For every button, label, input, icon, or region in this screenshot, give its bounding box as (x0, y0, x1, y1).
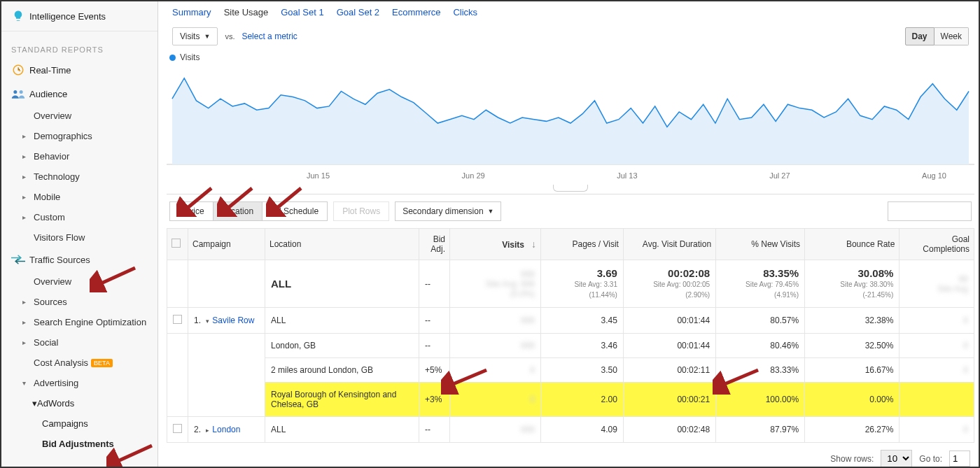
sort-down-icon: ↓ (531, 239, 536, 250)
sidebar-item-ts-overview[interactable]: Overview (1, 271, 158, 292)
chevron-right-icon: ▸ (22, 298, 29, 306)
main-content: Summary Site Usage Goal Set 1 Goal Set 2… (158, 1, 979, 467)
table-row: 2 miles around London, GB +5% 8 3.50 00:… (167, 358, 974, 383)
tab-goal-set-2[interactable]: Goal Set 2 (337, 7, 379, 17)
chart-expand-handle[interactable] (553, 185, 588, 192)
table-row: London, GB -- 888 3.46 00:01:44 80.46% 3… (167, 334, 974, 358)
sidebar-item-technology[interactable]: ▸Technology (1, 166, 158, 187)
sidebar-item-behavior[interactable]: ▸Behavior (1, 146, 158, 166)
chevron-right-icon: ▸ (22, 173, 29, 180)
sidebar-item-audience[interactable]: Audience (1, 82, 158, 106)
chevron-right-icon: ▸ (22, 153, 29, 160)
granularity-day[interactable]: Day (905, 27, 934, 45)
clock-icon (11, 63, 25, 77)
sidebar: Intelligence Events STANDARD REPORTS Rea… (1, 1, 158, 467)
campaign-link[interactable]: London (212, 425, 240, 434)
select-second-metric-link[interactable]: Select a metric (241, 31, 297, 41)
table-row-highlighted: Royal Borough of Kensington and Chelsea,… (167, 383, 974, 417)
col-bid-adj[interactable]: Bid Adj. (419, 229, 450, 260)
chevron-right-icon: ▸ (22, 193, 29, 201)
chevron-right-icon: ▸ (22, 132, 29, 140)
sidebar-item-adwords[interactable]: ▾AdWords (1, 393, 158, 413)
campaign-link[interactable]: Savile Row (212, 315, 254, 325)
granularity-week[interactable]: Week (934, 27, 969, 45)
table-row: 2. ▸London ALL -- 888 4.09 00:02:48 87.9… (167, 417, 974, 443)
col-bounce[interactable]: Bounce Rate (805, 229, 899, 260)
col-visits[interactable]: Visits ↓ (450, 229, 541, 260)
sidebar-item-sources[interactable]: ▸Sources (1, 292, 158, 312)
tab-site-usage[interactable]: Site Usage (224, 7, 269, 17)
primary-metric-dropdown[interactable]: Visits ▼ (172, 27, 218, 45)
metric-selector-row: Visits ▼ vs. Select a metric Day Week (167, 24, 974, 48)
table-footer: Show rows: 10 Go to: (167, 443, 974, 467)
goto-input[interactable] (949, 451, 970, 467)
sidebar-item-audience-overview[interactable]: Overview (1, 106, 158, 126)
col-goal[interactable]: Goal Completions (899, 229, 974, 260)
summary-row-all: ALL -- 888Site Avg: 888(0.0%) 3.69Site A… (167, 260, 974, 308)
col-campaign[interactable]: Campaign (188, 229, 265, 260)
tab-clicks[interactable]: Clicks (453, 7, 477, 17)
col-avg-duration[interactable]: Avg. Visit Duration (623, 229, 715, 260)
traffic-sources-icon (11, 253, 25, 267)
sidebar-item-advertising[interactable]: ▾Advertising (1, 373, 158, 393)
chevron-down-icon: ▼ (488, 208, 494, 215)
sidebar-item-bid-adjustments[interactable]: Bid Adjustments (1, 434, 158, 454)
sidebar-label: Real-Time (29, 65, 71, 76)
chevron-down-icon: ▾ (32, 398, 37, 409)
sidebar-item-campaigns[interactable]: Campaigns (1, 413, 158, 434)
sidebar-item-intelligence-events[interactable]: Intelligence Events (1, 4, 158, 28)
dimension-row: Device Location Ad Schedule Plot Rows Se… (167, 194, 974, 228)
expand-icon[interactable]: ▸ (206, 427, 209, 434)
chevron-right-icon: ▸ (22, 339, 29, 346)
table-search-input[interactable] (888, 201, 972, 221)
sidebar-header-standard-reports: STANDARD REPORTS (1, 34, 158, 58)
tab-summary[interactable]: Summary (172, 7, 211, 17)
sidebar-item-cost-analysis[interactable]: Cost AnalysisBETA (1, 353, 158, 373)
collapse-icon[interactable]: ▾ (206, 318, 209, 325)
chevron-right-icon: ▸ (22, 318, 29, 326)
sidebar-item-demographics[interactable]: ▸Demographics (1, 126, 158, 146)
col-location[interactable]: Location (265, 229, 419, 260)
sidebar-label: Traffic Sources (29, 255, 90, 265)
sidebar-item-real-time[interactable]: Real-Time (1, 58, 158, 82)
sidebar-item-social[interactable]: ▸Social (1, 332, 158, 353)
svg-point-2 (20, 90, 23, 94)
sidebar-label: Intelligence Events (29, 11, 106, 22)
blurred-value: 88Site Avg (937, 274, 968, 294)
col-pct-new[interactable]: % New Visits (716, 229, 805, 260)
select-all-checkbox[interactable] (172, 239, 181, 248)
people-icon (11, 87, 25, 101)
top-tabs: Summary Site Usage Goal Set 1 Goal Set 2… (167, 4, 974, 24)
sidebar-item-custom[interactable]: ▸Custom (1, 207, 158, 227)
chart-area: Visits Jun 15 Jun 29 Jul 13 Jul 27 Aug 1… (167, 48, 974, 194)
data-table: Campaign Location Bid Adj. Visits ↓ Page… (167, 228, 974, 443)
dimension-pills: Device Location Ad Schedule (169, 201, 328, 221)
sidebar-item-mobile[interactable]: ▸Mobile (1, 187, 158, 207)
pill-location[interactable]: Location (214, 201, 262, 221)
table-head: Campaign Location Bid Adj. Visits ↓ Page… (167, 229, 974, 260)
tab-ecommerce[interactable]: Ecommerce (392, 7, 440, 17)
sidebar-item-visitors-flow[interactable]: Visitors Flow (1, 227, 158, 248)
sidebar-item-traffic-sources[interactable]: Traffic Sources (1, 248, 158, 271)
visits-line-chart[interactable] (167, 65, 974, 170)
tab-goal-set-1[interactable]: Goal Set 1 (281, 7, 323, 17)
col-pages-visit[interactable]: Pages / Visit (541, 229, 624, 260)
sidebar-label: Audience (29, 89, 67, 99)
chevron-down-icon: ▼ (204, 33, 210, 40)
row-checkbox[interactable] (173, 424, 182, 433)
legend-dot-icon (169, 55, 176, 61)
plot-rows-button: Plot Rows (333, 201, 389, 221)
chevron-right-icon: ▸ (22, 213, 29, 221)
divider (1, 31, 158, 31)
pill-ad-schedule[interactable]: Ad Schedule (262, 201, 328, 221)
chart-legend: Visits (167, 52, 974, 65)
svg-point-1 (13, 90, 17, 94)
lightbulb-icon (11, 9, 25, 23)
row-checkbox[interactable] (173, 315, 182, 324)
table-row: 1. ▾Savile Row ALL -- 888 3.45 00:01:44 … (167, 308, 974, 334)
sidebar-item-seo[interactable]: ▸Search Engine Optimization (1, 312, 158, 332)
secondary-dimension-dropdown[interactable]: Secondary dimension ▼ (395, 201, 501, 221)
pill-device[interactable]: Device (169, 201, 214, 221)
show-rows-select[interactable]: 10 (881, 450, 912, 467)
blurred-value: 888Site Avg: 888(0.0%) (486, 269, 536, 299)
